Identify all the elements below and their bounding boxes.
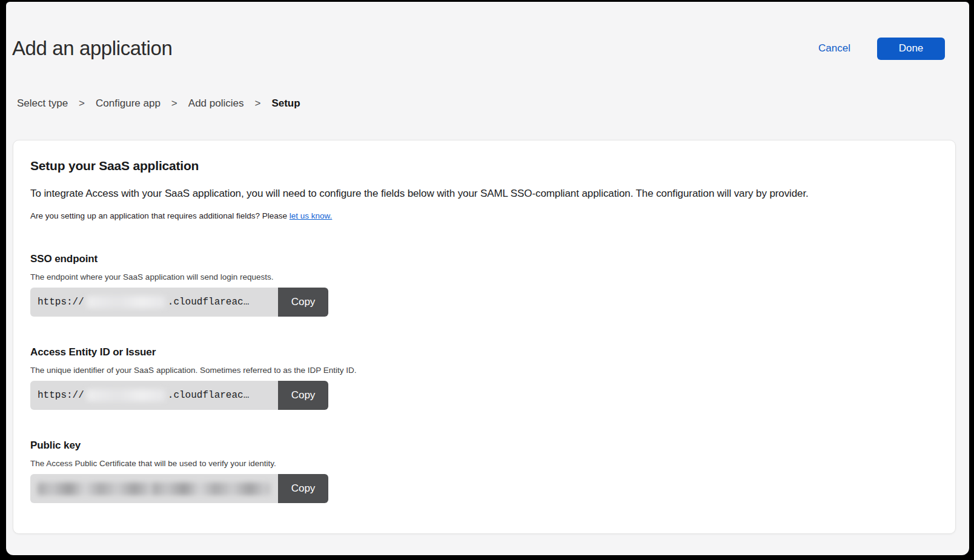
public-key-copy-row: Copy: [30, 474, 328, 503]
sso-endpoint-description: The endpoint where your SaaS application…: [30, 272, 938, 282]
breadcrumb-item-add-policies[interactable]: Add policies: [188, 97, 244, 110]
access-entity-id-value-prefix: https://: [38, 390, 84, 401]
breadcrumb-separator: >: [79, 97, 85, 110]
public-key-copy-button[interactable]: Copy: [278, 474, 328, 503]
header-actions: Cancel Done: [818, 38, 945, 60]
access-entity-id-value-suffix: .cloudflareac…: [168, 390, 249, 401]
sso-endpoint-label: SSO endpoint: [30, 253, 938, 265]
sso-endpoint-section: SSO endpoint The endpoint where your Saa…: [30, 253, 938, 317]
public-key-value: [30, 474, 278, 503]
sso-endpoint-value-prefix: https://: [38, 297, 84, 308]
let-us-know-link[interactable]: let us know.: [290, 211, 333, 220]
sso-endpoint-copy-button[interactable]: Copy: [278, 288, 328, 317]
access-entity-id-copy-row: https://.cloudflareac… Copy: [30, 381, 328, 410]
setup-card: Setup your SaaS application To integrate…: [13, 140, 956, 534]
breadcrumb-separator: >: [171, 97, 177, 110]
breadcrumb-item-configure-app[interactable]: Configure app: [96, 97, 161, 110]
app-window: Add an application Cancel Done Select ty…: [6, 2, 969, 555]
access-entity-id-label: Access Entity ID or Issuer: [30, 346, 938, 358]
card-note: Are you setting up an application that r…: [30, 211, 938, 220]
card-note-text: Are you setting up an application that r…: [30, 211, 290, 220]
breadcrumb-separator: >: [254, 97, 260, 110]
card-intro-text: To integrate Access with your SaaS appli…: [30, 188, 938, 200]
redacted-text-blur: [87, 296, 165, 308]
access-entity-id-copy-button[interactable]: Copy: [278, 381, 328, 410]
done-button[interactable]: Done: [877, 38, 945, 60]
sso-endpoint-copy-row: https://.cloudflareac… Copy: [30, 288, 328, 317]
sso-endpoint-value-suffix: .cloudflareac…: [168, 297, 249, 308]
page-header: Add an application Cancel Done Select ty…: [6, 2, 969, 110]
page-title: Add an application: [12, 37, 172, 60]
access-entity-id-value: https://.cloudflareac…: [30, 381, 278, 410]
redacted-text-blur: [38, 483, 270, 495]
breadcrumb-item-setup: Setup: [271, 97, 300, 110]
cancel-button[interactable]: Cancel: [818, 42, 850, 54]
sso-endpoint-value: https://.cloudflareac…: [30, 288, 278, 317]
breadcrumb-item-select-type[interactable]: Select type: [17, 97, 68, 110]
access-entity-id-section: Access Entity ID or Issuer The unique id…: [30, 346, 938, 410]
breadcrumb: Select type > Configure app > Add polici…: [12, 97, 945, 110]
access-entity-id-description: The unique identifier of your SaaS appli…: [30, 366, 938, 375]
card-heading: Setup your SaaS application: [30, 159, 938, 173]
public-key-description: The Access Public Certificate that will …: [30, 459, 938, 468]
public-key-label: Public key: [30, 440, 938, 452]
public-key-section: Public key The Access Public Certificate…: [30, 440, 938, 503]
redacted-text-blur: [87, 389, 165, 401]
